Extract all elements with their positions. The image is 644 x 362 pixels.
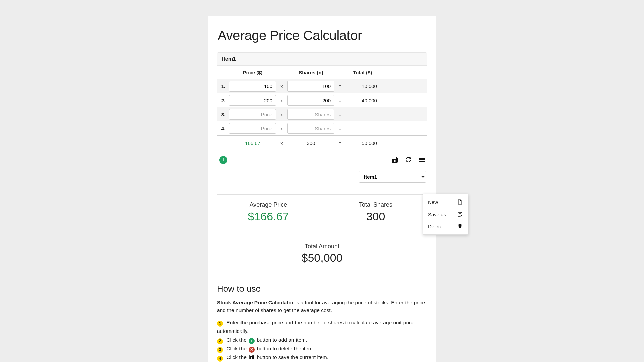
howto-step-2: 2 Click the + button to add an item. bbox=[217, 336, 427, 344]
file-icon bbox=[457, 199, 463, 205]
totals-row: 166.67 x 300 = 50,000 bbox=[217, 136, 427, 151]
table-row: 1. x = 10,000 bbox=[217, 79, 427, 94]
row-index: 3. bbox=[217, 107, 227, 121]
summary-value: $166.67 bbox=[235, 210, 302, 223]
row-total: 10,000 bbox=[344, 79, 427, 94]
add-row-button[interactable]: + bbox=[219, 156, 227, 164]
shares-input[interactable] bbox=[287, 81, 334, 92]
equals-op: = bbox=[336, 93, 344, 107]
summary-label: Total Amount bbox=[288, 243, 356, 250]
howto-step-3: 3 Click the ✕ button to delete the item. bbox=[217, 344, 427, 353]
step-text: Click the bbox=[226, 346, 248, 351]
times-op: x bbox=[278, 136, 286, 151]
step-text: button to add an item. bbox=[257, 337, 307, 343]
menu-item-new[interactable]: New bbox=[423, 196, 468, 208]
times-op: x bbox=[278, 93, 286, 107]
menu-label: Save as bbox=[428, 212, 446, 217]
row-index: 4. bbox=[217, 121, 227, 136]
times-op: x bbox=[278, 79, 286, 94]
shares-input[interactable] bbox=[287, 109, 334, 120]
table-row: 4. x = bbox=[217, 121, 427, 136]
times-op: x bbox=[278, 121, 286, 136]
equals-op: = bbox=[336, 121, 344, 136]
item-panel: Item1 Price ($) Shares (n) Total ($) 1. … bbox=[217, 52, 427, 185]
howto-section: How to use Stock Average Price Calculato… bbox=[217, 277, 427, 362]
save-icon bbox=[249, 354, 255, 360]
row-index: 1. bbox=[217, 79, 227, 94]
col-blank-op2 bbox=[336, 66, 344, 79]
summary-section: Average Price $166.67 Total Shares 300 T… bbox=[217, 201, 427, 268]
times-op: x bbox=[278, 107, 286, 121]
howto-step-4: 4 Click the button to save the current i… bbox=[217, 353, 427, 362]
totals-shares: 300 bbox=[286, 136, 336, 151]
save-as-icon bbox=[457, 211, 463, 218]
step-badge: 2 bbox=[217, 338, 223, 344]
totals-amount: 50,000 bbox=[344, 136, 427, 151]
step-text: Enter the purchase price and the number … bbox=[217, 320, 414, 334]
step-badge: 1 bbox=[217, 321, 223, 327]
equals-op: = bbox=[336, 79, 344, 94]
table-row: 3. x = bbox=[217, 107, 427, 121]
row-total bbox=[344, 107, 427, 121]
step-text: Click the bbox=[226, 337, 248, 343]
menu-icon bbox=[418, 156, 426, 164]
summary-value: $50,000 bbox=[288, 251, 356, 264]
step-text: button to save the current item. bbox=[257, 354, 328, 360]
toolbar: + Item1 bbox=[217, 151, 427, 185]
summary-label: Average Price bbox=[235, 201, 302, 208]
close-icon: ✕ bbox=[249, 347, 255, 353]
shares-input[interactable] bbox=[287, 95, 334, 106]
divider bbox=[217, 194, 427, 195]
calc-table: Price ($) Shares (n) Total ($) 1. x = 10… bbox=[217, 66, 427, 151]
col-price: Price ($) bbox=[227, 66, 278, 79]
summary-total-shares: Total Shares 300 bbox=[342, 201, 409, 223]
equals-op: = bbox=[336, 136, 344, 151]
menu-item-delete[interactable]: Delete bbox=[423, 220, 468, 232]
refresh-button[interactable] bbox=[404, 155, 413, 164]
summary-label: Total Shares bbox=[342, 201, 409, 208]
menu-item-save-as[interactable]: Save as bbox=[423, 208, 468, 220]
page-title: Average Price Calculator bbox=[218, 28, 427, 43]
equals-op: = bbox=[336, 107, 344, 121]
summary-avg-price: Average Price $166.67 bbox=[235, 201, 302, 223]
price-input[interactable] bbox=[229, 123, 276, 134]
totals-avg-price: 166.67 bbox=[227, 136, 278, 151]
row-index: 2. bbox=[217, 93, 227, 107]
more-menu-button[interactable] bbox=[417, 155, 426, 164]
howto-intro: Stock Average Price Calculator is a tool… bbox=[217, 299, 427, 314]
price-input[interactable] bbox=[229, 95, 276, 106]
menu-label: Delete bbox=[428, 224, 442, 229]
plus-icon: + bbox=[249, 338, 255, 344]
summary-total-amount: Total Amount $50,000 bbox=[288, 243, 356, 264]
howto-heading: How to use bbox=[217, 284, 427, 294]
item-name-header: Item1 bbox=[217, 53, 427, 66]
step-text: Click the bbox=[226, 354, 248, 360]
howto-intro-strong: Stock Average Price Calculator bbox=[217, 300, 294, 305]
menu-label: New bbox=[428, 199, 438, 205]
item-select[interactable]: Item1 bbox=[359, 171, 426, 183]
table-row: 2. x = 40,000 bbox=[217, 93, 427, 107]
refresh-icon bbox=[404, 156, 412, 164]
save-button[interactable] bbox=[390, 155, 399, 164]
row-total bbox=[344, 121, 427, 136]
shares-input[interactable] bbox=[287, 123, 334, 134]
col-blank bbox=[217, 66, 227, 79]
save-icon bbox=[391, 156, 399, 164]
plus-icon: + bbox=[222, 157, 225, 164]
price-input[interactable] bbox=[229, 109, 276, 120]
col-blank-op1 bbox=[278, 66, 286, 79]
trash-icon bbox=[457, 223, 463, 230]
summary-value: 300 bbox=[342, 210, 409, 223]
more-menu-dropdown: New Save as Delete bbox=[423, 194, 468, 235]
row-total: 40,000 bbox=[344, 93, 427, 107]
col-shares: Shares (n) bbox=[286, 66, 336, 79]
price-input[interactable] bbox=[229, 81, 276, 92]
step-badge: 4 bbox=[217, 356, 223, 362]
step-text: button to delete the item. bbox=[257, 346, 314, 351]
howto-step-1: 1 Enter the purchase price and the numbe… bbox=[217, 318, 427, 336]
step-badge: 3 bbox=[217, 347, 223, 353]
col-total: Total ($) bbox=[344, 66, 427, 79]
